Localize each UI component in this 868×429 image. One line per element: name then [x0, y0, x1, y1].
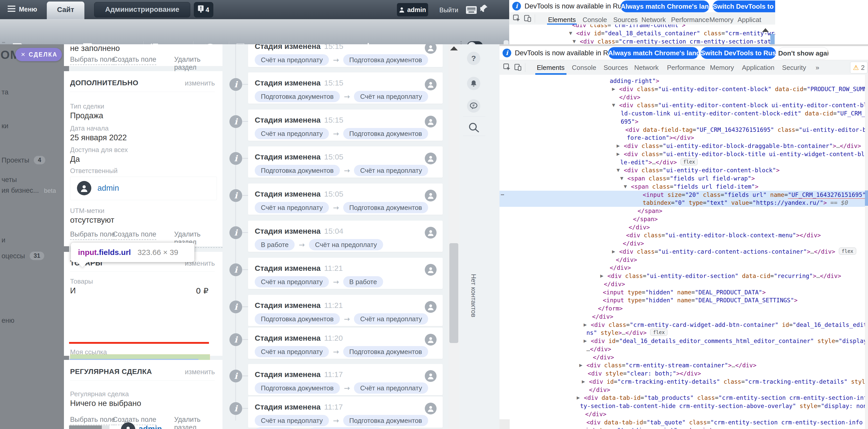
devtools-tab-[interactable]: » — [815, 64, 819, 72]
devtools-code-line[interactable]: ▶<div class="ui-entity-editor-section" d… — [608, 272, 841, 280]
devtools-tab-performance[interactable]: Performance — [671, 16, 709, 24]
top-menu-button[interactable]: Меню — [19, 6, 37, 13]
devtools-code-line[interactable]: <div data-tab-id="tab_quote" class="crm-… — [586, 418, 868, 426]
device-toolbar-icon[interactable] — [524, 15, 532, 24]
devtools-code-line[interactable]: ▶<div class="crm-entity-stream-container… — [586, 361, 756, 369]
expand-arrow-icon[interactable]: ▶ — [617, 150, 620, 158]
devtools-code-line[interactable]: <div style="clear: both;"></div> — [588, 369, 701, 377]
scroll-up-arrow[interactable] — [450, 46, 458, 51]
expand-arrow-icon[interactable]: ▶ — [617, 142, 620, 150]
devtools-code-line[interactable]: tabindex="0" type="text" value="https://… — [643, 199, 848, 207]
collapse-arrow-icon[interactable]: ▼ — [620, 174, 623, 182]
devtools-code-line[interactable]: ▶<div data-tab-id="tab_products" class="… — [584, 394, 868, 402]
devtools-code-line[interactable]: <div class="crm-iframe-content"> — [572, 25, 685, 29]
devtools-code-line[interactable]: </div> — [585, 410, 607, 418]
search-button[interactable] — [468, 122, 480, 135]
devtools-code-line[interactable]: <div class="ui-entity-editor-block-conte… — [626, 231, 821, 239]
devtools-tab-performance[interactable]: Performance — [667, 64, 705, 72]
devtools-code-line[interactable]: ▼<div class="ui-entity-editor-content-bl… — [624, 166, 779, 174]
devtools-code-line[interactable]: ld-custom-link ui-entity-editor-content-… — [621, 109, 868, 117]
devtools-code-line[interactable]: ▶<div class="crm-entity-card-widget-add-… — [591, 321, 868, 329]
devtools-code-line[interactable]: </div> — [619, 93, 641, 102]
notifications-button[interactable] — [467, 77, 480, 90]
devtools-code-line[interactable]: ▶<div id="crm-tracking-entity-details" c… — [589, 377, 868, 386]
devtools-code-line[interactable]: <input size="20" class="fields url" name… — [643, 191, 866, 199]
device-toolbar-icon[interactable] — [514, 63, 522, 73]
node-options-dots[interactable]: ⋯ — [501, 191, 505, 198]
devtools-code-line[interactable]: le-edit">…</div>flex — [620, 158, 698, 166]
devtools-code-line[interactable]: <div data-field-tag="UF_CRM_164327615169… — [625, 126, 868, 134]
devtools-code-line[interactable]: ▼<div class="ui-entity-editor-content-bl… — [619, 101, 868, 109]
content-scrollbar-track[interactable] — [448, 44, 459, 429]
expand-arrow-icon[interactable]: ▶ — [564, 426, 567, 429]
expand-arrow-icon[interactable]: ▶ — [577, 394, 580, 402]
devtools-code-line[interactable]: </div> — [593, 353, 614, 362]
devtools-code-line[interactable]: ▶<div class="ui-entity-card-content-acti… — [619, 248, 856, 256]
chat-button[interactable] — [467, 99, 480, 113]
devtools-code-line[interactable]: …</div> — [586, 345, 611, 353]
match-language-button[interactable]: Always match Chrome's language — [621, 1, 709, 12]
pin-icon[interactable] — [480, 4, 488, 16]
devtools-tab-console[interactable]: Console — [583, 16, 607, 24]
collapse-arrow-icon[interactable]: ▼ — [569, 29, 572, 37]
devtools-tab-network[interactable]: Network — [634, 64, 658, 72]
devtools-code-line[interactable]: </form> — [598, 304, 623, 313]
help-button[interactable]: ? — [467, 52, 480, 65]
devtools-code-line[interactable]: ▶<div class="ui-entity-editor-block-titl… — [624, 150, 868, 158]
devtools-tab-console[interactable]: Console — [572, 64, 596, 72]
match-language-button[interactable]: Always match Chrome's language — [608, 47, 699, 59]
devtools-scrollbar-thumb[interactable] — [770, 34, 775, 44]
devtools-code-line[interactable]: </div> — [623, 239, 644, 248]
devtools-tab-security[interactable]: Security — [782, 64, 806, 72]
devtools-code-line[interactable]: ▼<div class="crm-entity-section crm-enti… — [580, 37, 775, 44]
expand-arrow-icon[interactable]: ▶ — [582, 377, 585, 386]
hamburger-icon[interactable] — [8, 6, 16, 13]
devtools-tab-sources[interactable]: Sources — [613, 16, 638, 24]
devtools-code-line[interactable]: ▼<span class="fields url field-item"> — [631, 182, 758, 191]
notification-counter[interactable]: 4 — [194, 2, 213, 18]
expand-arrow-icon[interactable]: ▶ — [579, 361, 582, 369]
devtools-code-line[interactable]: ns" style>…</div>flex — [586, 328, 668, 337]
devtools-code-line[interactable]: adding-right"> — [610, 77, 659, 85]
tab-site[interactable]: Сайт — [47, 2, 84, 19]
current-user-button[interactable]: admin — [397, 3, 428, 17]
dismiss-button[interactable]: Don't show again — [778, 47, 829, 59]
collapse-arrow-icon[interactable]: ▼ — [612, 101, 615, 109]
devtools-tab-memory[interactable]: Memory — [709, 16, 734, 24]
devtools-code-line[interactable]: ▶<div class="ui-entity-editor-content-bl… — [619, 85, 868, 93]
devtools-code-line[interactable]: </div> — [592, 313, 613, 321]
devtools-code-line[interactable]: </span> — [633, 215, 658, 223]
tab-administration[interactable]: Администрирование — [94, 2, 190, 18]
collapse-arrow-icon[interactable]: ▼ — [572, 37, 576, 44]
expand-arrow-icon[interactable]: ▶ — [612, 248, 615, 256]
devtools-code-line[interactable]: 695"> — [621, 117, 638, 126]
devtools-code-line[interactable]: ▼<span class="fields url field-wrap"> — [627, 174, 755, 182]
devtools-code-line[interactable]: <input type="hidden" name="DEAL_PRODUCT_… — [603, 296, 798, 304]
content-scrollbar-thumb[interactable] — [450, 243, 458, 343]
devtools-code-line[interactable]: fore-action"></div> — [627, 134, 694, 142]
devtools-tab-elements[interactable]: Elements — [548, 16, 576, 24]
devtools-tab-memory[interactable]: Memory — [710, 64, 734, 72]
issues-counter[interactable]: ⚠ 2 — [850, 62, 867, 74]
devtools-code-line[interactable]: <input type="hidden" name="DEAL_PRODUCT_… — [603, 288, 766, 296]
devtools-tab-sources[interactable]: Sources — [603, 64, 628, 72]
devtools-tab-applicat[interactable]: Applicat — [738, 16, 762, 24]
inspect-element-icon[interactable] — [513, 15, 521, 24]
devtools-tab-network[interactable]: Network — [642, 16, 666, 24]
expand-arrow-icon[interactable]: ▶ — [600, 272, 603, 280]
inspect-element-icon[interactable] — [503, 63, 511, 73]
devtools-code-line[interactable]: ▶<div id="deal_16_details_editor_comment… — [591, 337, 868, 345]
devtools-code-line[interactable]: </div> — [616, 256, 637, 264]
logout-link[interactable]: Выйти — [439, 6, 458, 14]
devtools-tab-application[interactable]: Application — [742, 64, 774, 72]
devtools-scrollbar-thumb[interactable] — [865, 191, 868, 206]
devtools-code-line[interactable]: </div> — [610, 264, 631, 272]
devtools-code-line[interactable]: </div> — [604, 280, 625, 288]
devtools-tab-elements[interactable]: Elements — [537, 64, 564, 72]
devtools-code-line[interactable]: ▼<div id="deal_18_details_container" cla… — [576, 29, 775, 37]
switch-russian-button[interactable]: Switch DevTools to Russ — [713, 1, 775, 12]
expand-arrow-icon[interactable]: ▶ — [612, 85, 615, 93]
devtools-code-line[interactable]: </span> — [638, 207, 662, 215]
collapse-arrow-icon[interactable]: ▼ — [617, 166, 620, 174]
keyboard-icon[interactable] — [466, 6, 477, 15]
